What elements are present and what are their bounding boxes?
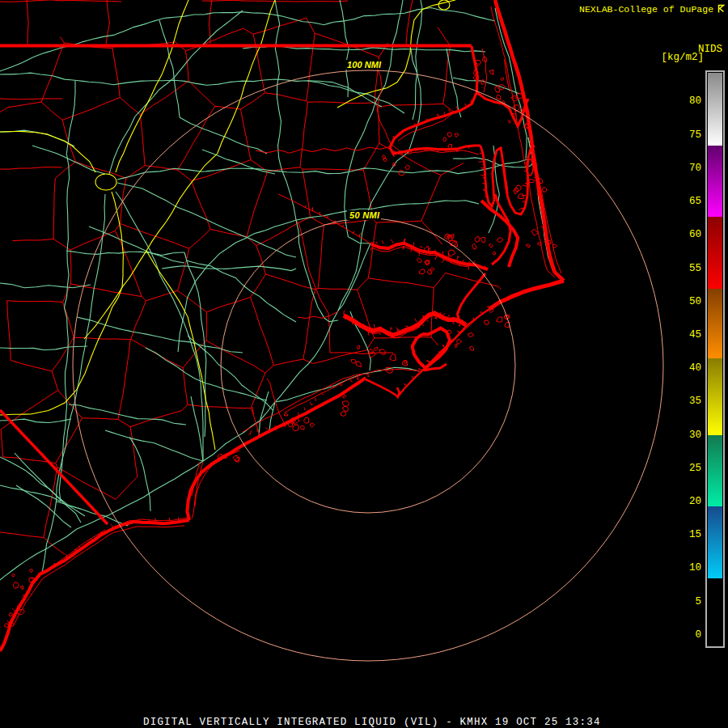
svg-text:80: 80 [689, 95, 701, 107]
svg-text:DIGITAL VERTICALLY INTEGRATED: DIGITAL VERTICALLY INTEGRATED LIQUID (VI… [143, 717, 601, 728]
svg-text:55: 55 [689, 263, 701, 274]
svg-text:75: 75 [689, 129, 701, 141]
svg-text:NEXLAB-College of DuPage: NEXLAB-College of DuPage [579, 4, 713, 15]
svg-text:60: 60 [689, 229, 701, 240]
svg-text:5: 5 [695, 596, 701, 607]
svg-text:50: 50 [689, 296, 701, 307]
svg-text:30: 30 [689, 430, 701, 441]
svg-text:25: 25 [689, 463, 701, 474]
svg-text:10: 10 [689, 562, 701, 574]
svg-text:35: 35 [689, 396, 701, 407]
svg-text:20: 20 [689, 496, 701, 507]
svg-text:45: 45 [689, 329, 701, 341]
svg-text:40: 40 [689, 362, 701, 374]
svg-text:15: 15 [689, 529, 701, 540]
svg-text:100 NMI: 100 NMI [347, 60, 382, 70]
svg-text:70: 70 [689, 163, 701, 174]
svg-text:65: 65 [689, 196, 701, 207]
svg-text:0: 0 [695, 629, 701, 641]
svg-text:50 NMI: 50 NMI [349, 210, 380, 220]
svg-text:[kg/m2]: [kg/m2] [661, 52, 704, 63]
